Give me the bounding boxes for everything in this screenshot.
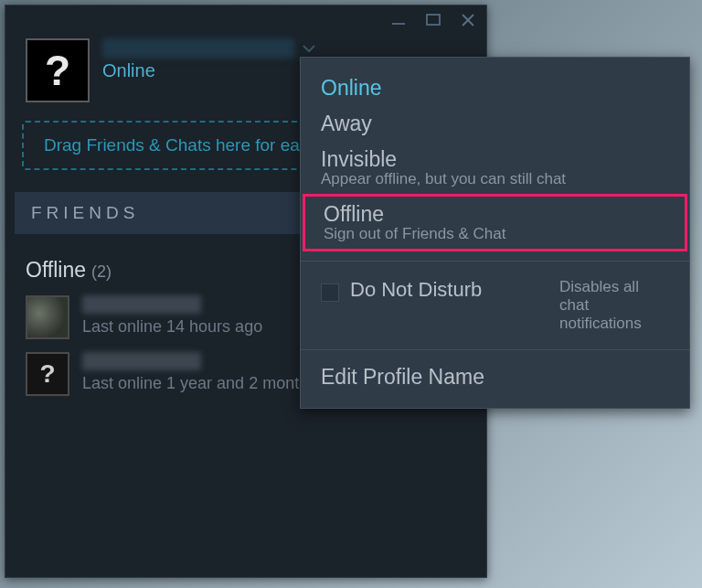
status-option-away[interactable]: Away xyxy=(301,106,689,142)
group-count: (2) xyxy=(91,262,112,282)
status-option-label: Away xyxy=(321,112,669,136)
status-option-label: Offline xyxy=(324,202,666,227)
close-button[interactable] xyxy=(459,11,477,29)
friend-username xyxy=(82,352,201,370)
status-option-invisible[interactable]: Invisible Appear offline, but you can st… xyxy=(301,142,689,194)
friend-username xyxy=(82,295,201,314)
menu-separator xyxy=(301,349,689,350)
do-not-disturb-toggle[interactable]: Do Not Disturb Disables all chat notific… xyxy=(301,271,689,340)
self-avatar[interactable]: ? xyxy=(26,38,90,102)
chevron-down-icon[interactable] xyxy=(302,40,316,57)
menu-separator xyxy=(301,261,689,262)
edit-profile-label: Edit Profile Name xyxy=(321,365,669,390)
checkbox-icon[interactable] xyxy=(321,283,339,302)
self-username xyxy=(102,38,294,59)
status-option-online[interactable]: Online xyxy=(301,70,689,106)
friend-last-online: Last online 14 hours ago xyxy=(82,317,262,337)
status-option-label: Invisible xyxy=(321,147,669,172)
svg-rect-1 xyxy=(427,15,440,25)
status-option-sub: Sign out of Friends & Chat xyxy=(324,225,666,243)
status-option-sub: Appear offline, but you can still chat xyxy=(321,170,669,188)
dnd-description: Disables all chat notifications xyxy=(559,278,669,333)
maximize-button[interactable] xyxy=(424,11,442,29)
friend-avatar[interactable]: ? xyxy=(26,352,69,396)
dnd-label: Do Not Disturb xyxy=(350,278,524,302)
friend-avatar[interactable] xyxy=(26,295,69,339)
friends-section-label: FRIENDS xyxy=(31,203,139,223)
group-label: Offline xyxy=(26,258,86,283)
status-option-label: Online xyxy=(321,76,669,101)
status-option-offline[interactable]: Offline Sign out of Friends & Chat xyxy=(303,194,687,251)
edit-profile-name[interactable]: Edit Profile Name xyxy=(301,359,689,395)
status-menu: Online Away Invisible Appear offline, bu… xyxy=(300,57,690,409)
titlebar xyxy=(5,5,486,29)
minimize-button[interactable] xyxy=(389,11,408,29)
